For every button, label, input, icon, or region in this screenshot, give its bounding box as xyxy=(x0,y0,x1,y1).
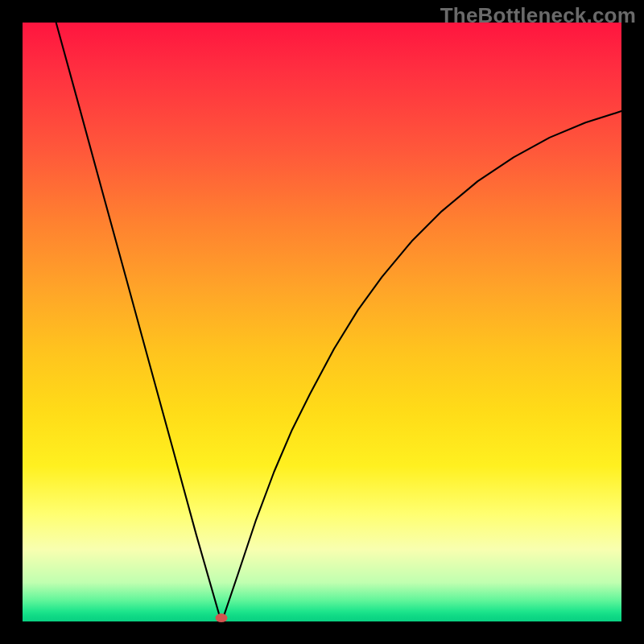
curve-svg xyxy=(23,23,621,621)
chart-frame: TheBottleneck.com xyxy=(0,0,644,644)
plot-area xyxy=(23,23,621,621)
bottleneck-curve xyxy=(56,23,621,616)
minimum-marker xyxy=(216,613,228,622)
